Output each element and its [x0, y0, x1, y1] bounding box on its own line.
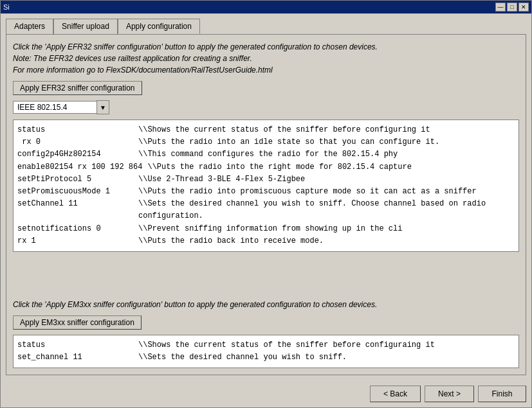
cmd-line-2: rx 0 \\Puts the radio into an idle state…	[17, 136, 515, 148]
apply-efr32-button[interactable]: Apply EFR32 sniffer configuration	[13, 81, 142, 95]
cmd-line-9: rx 1 \\Puts the radio back into receive …	[17, 235, 515, 247]
cmd-line-8: setnotifications 0 \\Prevent sniffing in…	[17, 223, 515, 235]
cmd-line-3: config2p4GHz802154 \\This command config…	[17, 148, 515, 161]
finish-button[interactable]: Finish	[478, 386, 526, 402]
protocol-dropdown-container: IEEE 802.15.4 Bluetooth LE Zigbee ▼	[13, 100, 519, 114]
efr32-command-box: status \\Shows the current status of the…	[13, 120, 519, 252]
title-bar-title: Si	[3, 3, 10, 11]
close-button[interactable]: ✕	[518, 3, 529, 12]
cmd-line-5: setPtiProtocol 5 \\Use 2-Thread 3-BLE 4-…	[17, 173, 515, 186]
back-button[interactable]: < Back	[370, 386, 421, 402]
tab-apply-configuration[interactable]: Apply configuration	[118, 19, 200, 34]
em3xx-cmd-line-2: set_channel 11 \\Sets the desired channe…	[17, 351, 515, 364]
cmd-line-6: setPromiscuousMode 1 \\Puts the radio in…	[17, 186, 515, 198]
protocol-dropdown[interactable]: IEEE 802.15.4 Bluetooth LE Zigbee	[13, 101, 96, 114]
content-area: Adapters Sniffer upload Apply configurat…	[1, 13, 531, 380]
window-title: Si	[3, 3, 10, 11]
efr32-info-line1: Click the 'Apply EFR32 sniffer configura…	[13, 41, 519, 53]
em3xx-cmd-line-1: status \\Shows the current status of the…	[17, 339, 515, 351]
apply-em3xx-button[interactable]: Apply EM3xx sniffer configuration	[13, 315, 142, 330]
bottom-button-bar: < Back Next > Finish	[1, 380, 531, 407]
tab-adapters[interactable]: Adapters	[6, 19, 53, 34]
title-bar: Si — □ ✕	[1, 1, 531, 13]
cmd-line-4: enable802154 rx 100 192 864 \\Puts the r…	[17, 161, 515, 173]
em3xx-info-text: Click the 'Apply EM3xx sniffer configura…	[13, 299, 519, 310]
maximize-button[interactable]: □	[507, 3, 517, 12]
efr32-info-text: Click the 'Apply EFR32 sniffer configura…	[13, 41, 519, 76]
title-bar-controls: — □ ✕	[495, 3, 529, 12]
tab-panel-apply-configuration: Click the 'Apply EFR32 sniffer configura…	[6, 34, 526, 375]
minimize-button[interactable]: —	[495, 3, 506, 12]
cmd-line-7: setChannel 11 \\Sets the desired channel…	[17, 198, 515, 222]
efr32-info-line2: Note: The EFR32 devices use railtest app…	[13, 53, 519, 64]
next-button[interactable]: Next >	[425, 386, 474, 402]
tab-sniffer-upload[interactable]: Sniffer upload	[53, 19, 118, 34]
efr32-info-line3: For more information go to FlexSDK/docum…	[13, 64, 519, 76]
tab-bar: Adapters Sniffer upload Apply configurat…	[6, 19, 526, 34]
dropdown-arrow-icon[interactable]: ▼	[96, 100, 109, 114]
em3xx-command-box: status \\Shows the current status of the…	[13, 335, 519, 368]
cmd-line-1: status \\Shows the current status of the…	[17, 124, 515, 136]
main-window: Si — □ ✕ Adapters Sniffer upload Apply c…	[0, 0, 532, 408]
